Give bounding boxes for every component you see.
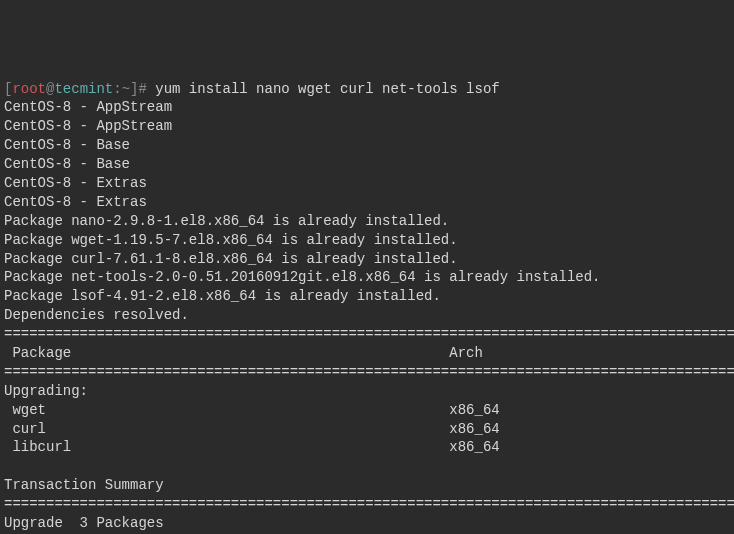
installed-line: Package wget-1.19.5-7.el8.x86_64 is alre… (4, 232, 458, 248)
installed-line: Package curl-7.61.1-8.el8.x86_64 is alre… (4, 251, 458, 267)
divider: ========================================… (4, 496, 734, 512)
upgrade-count: Upgrade 3 Packages (4, 515, 164, 531)
upgrade-arch: x86_64 (449, 421, 499, 437)
prompt-host: tecmint (54, 81, 113, 97)
transaction-summary: Transaction Summary (4, 477, 164, 493)
installed-line: Package net-tools-2.0-0.51.20160912git.e… (4, 269, 601, 285)
divider: ========================================… (4, 364, 734, 380)
installed-line: Package nano-2.9.8-1.el8.x86_64 is alrea… (4, 213, 449, 229)
deps-resolved: Dependencies resolved. (4, 307, 189, 323)
repo-line: CentOS-8 - AppStream (4, 118, 172, 134)
prompt-line: [root@tecmint:~]# yum install nano wget … (4, 81, 500, 97)
prompt-sep: : (113, 81, 121, 97)
prompt-user: root (12, 81, 46, 97)
repo-line: CentOS-8 - Extras (4, 175, 147, 191)
upgrade-arch: x86_64 (449, 402, 499, 418)
repo-line: CentOS-8 - Base (4, 156, 130, 172)
prompt-path: ~ (122, 81, 130, 97)
upgrade-name: wget (4, 402, 46, 418)
command-input[interactable]: yum install nano wget curl net-tools lso… (155, 81, 499, 97)
table-header-arch: Arch (449, 345, 483, 361)
repo-line: CentOS-8 - Extras (4, 194, 147, 210)
repo-line: CentOS-8 - AppStream (4, 99, 172, 115)
divider: ========================================… (4, 326, 734, 342)
terminal[interactable]: [root@tecmint:~]# yum install nano wget … (4, 80, 730, 534)
upgrade-name: curl (4, 421, 46, 437)
upgrade-arch: x86_64 (449, 439, 499, 455)
installed-line: Package lsof-4.91-2.el8.x86_64 is alread… (4, 288, 441, 304)
upgrading-label: Upgrading: (4, 383, 88, 399)
repo-line: CentOS-8 - Base (4, 137, 130, 153)
upgrade-name: libcurl (4, 439, 71, 455)
prompt-close-bracket: ]# (130, 81, 147, 97)
table-header-package: Package (4, 345, 71, 361)
